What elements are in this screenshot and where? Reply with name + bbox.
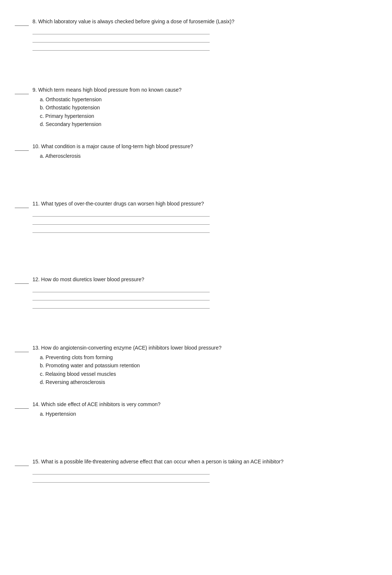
spacer-after-q12 [15,315,370,337]
question-content-q14: 14. Which side effect of ACE inhibitors … [32,401,370,418]
question-text-q11: 11. What types of over-the-counter drugs… [32,200,370,208]
answer-line-q8-2[interactable] [32,45,210,51]
question-number-q13: 13. [32,345,41,351]
question-stem-q8: Which laboratory value is always checked… [38,18,235,24]
options-list-q10: a. Atherosclerosis [32,152,370,160]
option-q9-0: a. Orthostatic hypertension [40,95,370,103]
question-content-q11: 11. What types of over-the-counter drugs… [32,200,370,236]
question-block-q13: 13. How do angiotensin-converting enzyme… [15,337,370,390]
answer-line-q11-1[interactable] [32,220,210,225]
answer-blank-q11[interactable] [15,201,29,208]
answer-line-q12-1[interactable] [32,295,210,300]
answer-blank-q8[interactable] [15,19,29,26]
question-number-q8: 8. [32,18,38,24]
option-q13-3: d. Reversing atherosclerosis [40,378,370,386]
question-block-q12: 12. How do most diuretics lower blood pr… [15,269,370,315]
spacer-after-q15 [15,489,370,504]
question-block-q10: 10. What condition is a major cause of l… [15,136,370,164]
spacer-after-q13 [15,390,370,394]
question-text-q8: 8. Which laboratory value is always chec… [32,18,370,25]
question-stem-q14: Which side effect of ACE inhibitors is v… [41,401,160,407]
answer-blank-q15[interactable] [15,459,29,466]
question-block-q9: 9. Which term means high blood pressure … [15,79,370,132]
question-block-q14: 14. Which side effect of ACE inhibitors … [15,394,370,422]
question-content-q13: 13. How do angiotensin-converting enzyme… [32,344,370,387]
question-stem-q10: What condition is a major cause of long-… [41,143,193,149]
question-stem-q13: How do angiotensin-converting enzyme (AC… [41,345,221,351]
question-text-q15: 15. What is a possible life-threatening … [32,458,370,466]
answer-lines-q11[interactable] [32,211,370,233]
spacer-after-q9 [15,132,370,136]
option-q13-2: c. Relaxing blood vessel muscles [40,370,370,378]
answer-blank-q14[interactable] [15,402,29,409]
answer-line-q11-2[interactable] [32,228,210,233]
answer-lines-q15[interactable] [32,469,370,483]
question-stem-q15: What is a possible life-threatening adve… [41,459,283,465]
answer-line-q15-1[interactable] [32,477,210,483]
questions-container: 8. Which laboratory value is always chec… [15,11,370,504]
option-q9-3: d. Secondary hypertension [40,120,370,128]
answer-line-q12-2[interactable] [32,303,210,309]
option-q14-0: a. Hypertension [40,410,370,418]
option-q13-0: a. Preventing clots from forming [40,353,370,361]
spacer-after-q11 [15,239,370,269]
option-q13-1: b. Promoting water and potassium retenti… [40,361,370,370]
question-number-q9: 9. [32,87,38,93]
question-text-q10: 10. What condition is a major cause of l… [32,143,370,150]
option-q10-0: a. Atherosclerosis [40,152,370,160]
spacer-after-q8 [15,57,370,79]
option-q9-2: c. Primary hypertension [40,112,370,120]
answer-line-q11-0[interactable] [32,211,210,217]
question-number-q11: 11. [32,201,41,207]
answer-blank-q10[interactable] [15,144,29,151]
question-number-q12: 12. [32,276,41,282]
answer-lines-q8[interactable] [32,29,370,51]
answer-line-q8-0[interactable] [32,29,210,34]
question-block-q8: 8. Which laboratory value is always chec… [15,11,370,57]
question-number-q10: 10. [32,143,41,149]
question-content-q8: 8. Which laboratory value is always chec… [32,18,370,54]
option-q9-1: b. Orthostatic hypotension [40,103,370,112]
question-stem-q12: How do most diuretics lower blood pressu… [41,276,144,282]
options-list-q13: a. Preventing clots from formingb. Promo… [32,353,370,387]
question-text-q14: 14. Which side effect of ACE inhibitors … [32,401,370,408]
question-stem-q11: What types of over-the-counter drugs can… [41,201,204,207]
answer-line-q8-1[interactable] [32,37,210,42]
question-text-q9: 9. Which term means high blood pressure … [32,86,370,94]
question-block-q15: 15. What is a possible life-threatening … [15,451,370,489]
question-content-q12: 12. How do most diuretics lower blood pr… [32,276,370,312]
spacer-after-q14 [15,422,370,451]
options-list-q9: a. Orthostatic hypertensionb. Orthostati… [32,95,370,129]
question-number-q14: 14. [32,401,41,407]
answer-line-q12-0[interactable] [32,287,210,292]
answer-blank-q12[interactable] [15,277,29,284]
spacer-after-q10 [15,164,370,193]
answer-line-q15-0[interactable] [32,469,210,474]
answer-lines-q12[interactable] [32,287,370,309]
question-block-q11: 11. What types of over-the-counter drugs… [15,193,370,239]
options-list-q14: a. Hypertension [32,410,370,418]
question-text-q13: 13. How do angiotensin-converting enzyme… [32,344,370,352]
answer-blank-q13[interactable] [15,346,29,352]
answer-blank-q9[interactable] [15,88,29,94]
question-content-q9: 9. Which term means high blood pressure … [32,86,370,129]
question-content-q10: 10. What condition is a major cause of l… [32,143,370,160]
question-content-q15: 15. What is a possible life-threatening … [32,458,370,486]
question-number-q15: 15. [32,459,41,465]
question-stem-q9: Which term means high blood pressure fro… [38,87,182,93]
question-text-q12: 12. How do most diuretics lower blood pr… [32,276,370,283]
